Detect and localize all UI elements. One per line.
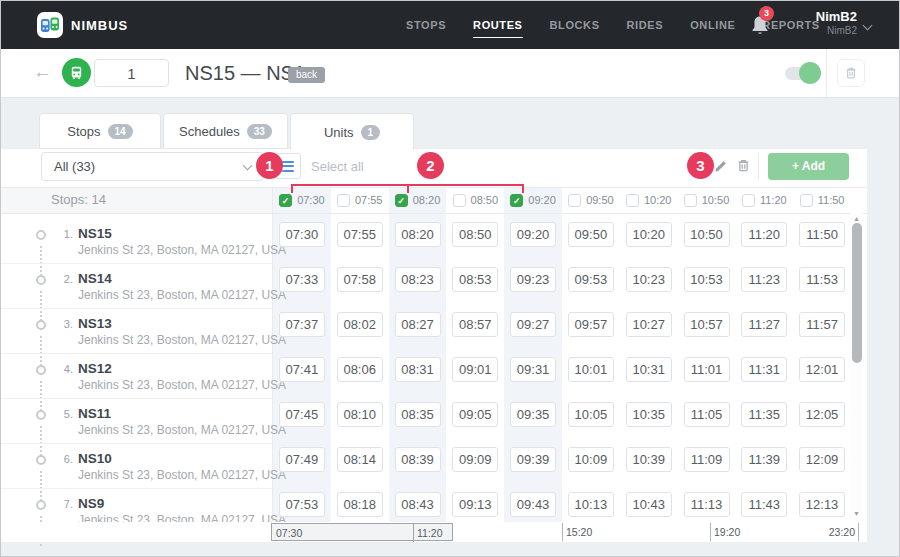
time-cell[interactable]: 07:53: [279, 492, 325, 517]
time-cell[interactable]: 10:05: [568, 402, 614, 427]
time-cell[interactable]: 08:20: [395, 222, 441, 247]
time-cell[interactable]: 10:20: [626, 222, 672, 247]
time-cell[interactable]: 11:57: [799, 312, 845, 337]
timeline-viewport-box[interactable]: 07:30 11:20: [271, 523, 453, 541]
time-cell[interactable]: 11:27: [741, 312, 787, 337]
schedule-column-checkbox[interactable]: ✓: [510, 194, 523, 207]
time-cell[interactable]: 11:13: [684, 492, 730, 517]
time-cell[interactable]: 08:27: [395, 312, 441, 337]
time-cell[interactable]: 07:30: [279, 222, 325, 247]
time-cell[interactable]: 08:53: [452, 267, 498, 292]
time-cell[interactable]: 11:53: [799, 267, 845, 292]
time-cell[interactable]: 07:37: [279, 312, 325, 337]
time-cell[interactable]: 11:35: [741, 402, 787, 427]
time-cell[interactable]: 10:57: [684, 312, 730, 337]
time-cell[interactable]: 09:39: [510, 447, 556, 472]
select-all-label[interactable]: Select all: [311, 159, 364, 174]
time-cell[interactable]: 09:05: [452, 402, 498, 427]
time-cell[interactable]: 12:13: [799, 492, 845, 517]
stop-radio[interactable]: [36, 500, 46, 510]
time-cell[interactable]: 07:55: [337, 222, 383, 247]
schedule-column-checkbox[interactable]: ✓: [395, 194, 408, 207]
stop-radio[interactable]: [36, 275, 46, 285]
time-cell[interactable]: 09:13: [452, 492, 498, 517]
time-cell[interactable]: 12:01: [799, 357, 845, 382]
time-cell[interactable]: 11:43: [741, 492, 787, 517]
vertical-scrollbar[interactable]: ▲ ▼: [850, 213, 863, 522]
time-cell[interactable]: 08:31: [395, 357, 441, 382]
schedule-column-checkbox[interactable]: [742, 194, 755, 207]
time-cell[interactable]: 08:50: [452, 222, 498, 247]
time-cell[interactable]: 10:50: [684, 222, 730, 247]
time-cell[interactable]: 10:09: [568, 447, 614, 472]
schedule-column-checkbox[interactable]: [568, 194, 581, 207]
time-cell[interactable]: 10:53: [684, 267, 730, 292]
time-cell[interactable]: 08:06: [337, 357, 383, 382]
time-cell[interactable]: 08:23: [395, 267, 441, 292]
time-cell[interactable]: 08:43: [395, 492, 441, 517]
time-cell[interactable]: 09:50: [568, 222, 614, 247]
schedule-column-checkbox[interactable]: [684, 194, 697, 207]
nav-item-routes[interactable]: ROUTES: [473, 1, 522, 49]
time-cell[interactable]: 12:05: [799, 402, 845, 427]
timeline-scrollbar[interactable]: 07:30 11:20 15:20 19:20 23:20: [271, 523, 859, 542]
nav-item-online[interactable]: ONLINE: [690, 1, 735, 49]
time-cell[interactable]: 09:53: [568, 267, 614, 292]
time-cell[interactable]: 11:05: [684, 402, 730, 427]
nav-item-stops[interactable]: STOPS: [406, 1, 446, 49]
time-cell[interactable]: 10:43: [626, 492, 672, 517]
nav-item-rides[interactable]: RIDES: [627, 1, 664, 49]
time-cell[interactable]: 07:41: [279, 357, 325, 382]
time-cell[interactable]: 11:23: [741, 267, 787, 292]
schedule-column-checkbox[interactable]: ✓: [279, 194, 292, 207]
time-cell[interactable]: 10:23: [626, 267, 672, 292]
nimbus-logo-icon[interactable]: [37, 12, 63, 38]
edit-pencil-icon[interactable]: [713, 158, 729, 174]
time-cell[interactable]: 08:39: [395, 447, 441, 472]
time-cell[interactable]: 09:43: [510, 492, 556, 517]
tab-units[interactable]: Units 1: [290, 113, 414, 150]
add-schedule-button[interactable]: + Add schedule: [768, 153, 849, 180]
scrollbar-thumb[interactable]: [852, 223, 862, 363]
stop-radio[interactable]: [36, 320, 46, 330]
time-cell[interactable]: 08:02: [337, 312, 383, 337]
time-cell[interactable]: 10:39: [626, 447, 672, 472]
schedule-column-checkbox[interactable]: [626, 194, 639, 207]
scroll-down-icon[interactable]: ▼: [850, 509, 863, 519]
schedule-column-checkbox[interactable]: [337, 194, 350, 207]
route-number-input[interactable]: [94, 59, 169, 87]
schedule-column-checkbox[interactable]: [800, 194, 813, 207]
time-cell[interactable]: 07:45: [279, 402, 325, 427]
time-cell[interactable]: 08:14: [337, 447, 383, 472]
time-cell[interactable]: 08:35: [395, 402, 441, 427]
time-cell[interactable]: 10:31: [626, 357, 672, 382]
time-cell[interactable]: 11:09: [684, 447, 730, 472]
time-cell[interactable]: 08:18: [337, 492, 383, 517]
nav-item-blocks[interactable]: BLOCKS: [550, 1, 600, 49]
time-cell[interactable]: 11:20: [741, 222, 787, 247]
schedule-column-checkbox[interactable]: [453, 194, 466, 207]
time-cell[interactable]: 11:31: [741, 357, 787, 382]
time-cell[interactable]: 12:09: [799, 447, 845, 472]
tab-schedules[interactable]: Schedules 33: [163, 113, 288, 149]
route-active-toggle[interactable]: [785, 67, 818, 80]
time-cell[interactable]: 08:57: [452, 312, 498, 337]
stop-radio[interactable]: [36, 365, 46, 375]
stop-radio[interactable]: [36, 410, 46, 420]
time-cell[interactable]: 11:01: [684, 357, 730, 382]
time-cell[interactable]: 10:35: [626, 402, 672, 427]
time-cell[interactable]: 09:01: [452, 357, 498, 382]
time-cell[interactable]: 10:01: [568, 357, 614, 382]
time-cell[interactable]: 11:50: [799, 222, 845, 247]
time-cell[interactable]: 09:20: [510, 222, 556, 247]
time-cell[interactable]: 07:58: [337, 267, 383, 292]
delete-schedule-icon[interactable]: [736, 158, 752, 174]
time-cell[interactable]: 10:13: [568, 492, 614, 517]
time-cell[interactable]: 10:27: [626, 312, 672, 337]
time-cell[interactable]: 11:39: [741, 447, 787, 472]
time-cell[interactable]: 09:23: [510, 267, 556, 292]
time-cell[interactable]: 09:27: [510, 312, 556, 337]
time-cell[interactable]: 09:31: [510, 357, 556, 382]
time-cell[interactable]: 08:10: [337, 402, 383, 427]
time-cell[interactable]: 09:09: [452, 447, 498, 472]
